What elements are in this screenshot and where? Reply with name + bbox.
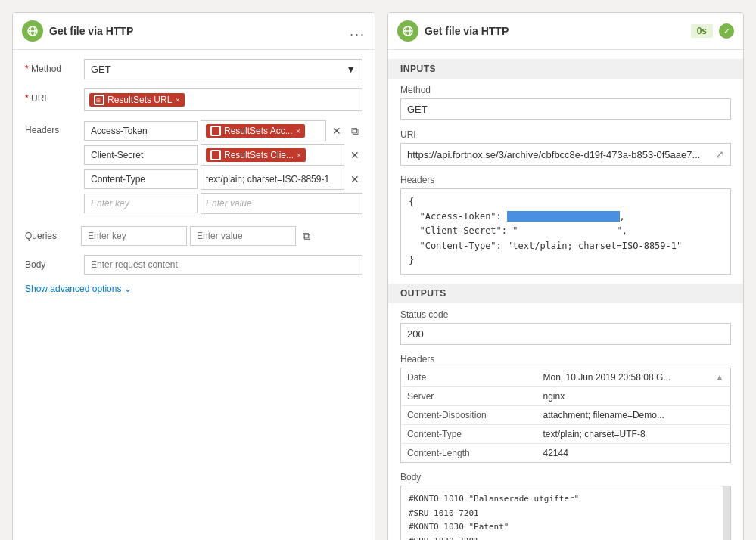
left-panel-body: Method GET ▼ URI ⊞ ResultSets URL × (13, 50, 375, 303)
header-tag-2-label: ResultSets Clie... (224, 150, 294, 160)
svg-text:⊞: ⊞ (96, 98, 101, 103)
right-uri-text: https://api.fortnox.se/3/archive/cbfbcc8… (407, 149, 712, 160)
access-token-value-highlight (507, 211, 620, 222)
right-uri-value: https://api.fortnox.se/3/archive/cbfbcc8… (400, 143, 731, 166)
header-val-date: Mon, 10 Jun 2019 20:58:08 G... (537, 368, 710, 386)
header-key-1-value: Access-Token (91, 126, 148, 136)
right-method-field: Method GET (400, 85, 731, 120)
inputs-section-header: INPUTS (388, 59, 743, 79)
header-key-content-disposition: Content-Disposition (401, 405, 537, 424)
method-select-box[interactable]: GET ▼ (84, 59, 362, 79)
right-panel-header: Get file via HTTP 0s ✓ (388, 13, 743, 50)
scroll-indicator: ▲ (715, 372, 724, 383)
left-panel-header: Get file via HTTP ... (13, 13, 375, 50)
expand-uri-icon[interactable]: ⤢ (715, 148, 724, 160)
uri-input[interactable]: ⊞ ResultSets URL × (84, 88, 362, 111)
uri-field: URI ⊞ ResultSets URL × (25, 88, 362, 111)
vertical-scrollbar[interactable] (723, 486, 730, 540)
header-actions-2: ✕ (347, 147, 362, 163)
body-row: Body (25, 255, 362, 275)
uri-tag-remove[interactable]: × (175, 95, 179, 104)
header-key-2[interactable]: Client-Secret (84, 145, 198, 165)
header-val-content-length: 42144 (537, 443, 710, 462)
right-status-label: Status code (400, 309, 731, 320)
header-val-empty[interactable]: Enter value (201, 193, 362, 214)
headers-access-key: "Access-Token": (409, 211, 507, 222)
method-select[interactable]: GET ▼ (84, 59, 362, 79)
headers-label: Headers (25, 120, 78, 135)
right-output-headers-label: Headers (400, 354, 731, 365)
delete-header-2[interactable]: ✕ (347, 147, 362, 163)
right-method-value: GET (400, 98, 731, 120)
show-advanced-label: Show advanced options (25, 284, 121, 294)
copy-header-1[interactable]: ⧉ (347, 123, 362, 138)
body-label: Body (25, 259, 78, 270)
queries-key-input[interactable] (81, 226, 187, 246)
queries-label: Queries (25, 231, 78, 241)
body-line-3: #KONTO 1030 "Patent" (409, 520, 720, 535)
uri-tag-input[interactable]: ⊞ ResultSets URL × (84, 88, 362, 111)
header-key-empty[interactable]: Enter key (84, 194, 198, 213)
headers-client-key: "Client-Secret": (409, 225, 512, 236)
right-body-label: Body (400, 472, 731, 483)
uri-label: URI (25, 88, 78, 104)
left-panel-title: Get file via HTTP (49, 25, 344, 37)
headers-grid: Access-Token ResultSets Acc... × (84, 120, 362, 214)
add-query-button[interactable]: ⧉ (299, 228, 314, 244)
header-row-3: Content-Type text/plain; charset=ISO-885… (84, 169, 362, 190)
right-headers-field: Headers { "Access-Token": , "Client-Secr… (400, 175, 731, 275)
header-tag-1: ResultSets Acc... × (206, 124, 305, 138)
queries-val-input[interactable] (190, 226, 296, 246)
right-uri-field: URI https://api.fortnox.se/3/archive/cbf… (400, 129, 731, 166)
header-val-2[interactable]: ResultSets Clie... × (201, 144, 344, 166)
queries-row: Queries ⧉ (25, 226, 362, 246)
headers-content-key: "Content-Type": "text/plain; charset=ISO… (409, 241, 682, 251)
enter-key-placeholder: Enter key (91, 198, 129, 209)
method-value: GET (91, 64, 111, 75)
header-key-3-value: Content-Type (91, 174, 145, 185)
header-val-3[interactable]: text/plain; charset=ISO-8859-1 (201, 169, 344, 190)
output-headers-table: Date Mon, 10 Jun 2019 20:58:08 G... ▲ Se… (400, 368, 731, 463)
show-advanced-button[interactable]: Show advanced options ⌄ (25, 284, 362, 294)
body-line-2: #SRU 1010 7201 (409, 507, 720, 521)
method-label: Method (25, 59, 78, 74)
right-uri-label: URI (400, 129, 731, 140)
right-headers-label: Headers (400, 175, 731, 185)
header-key-2-value: Client-Secret (91, 150, 143, 160)
duration-badge: 0s (691, 24, 713, 38)
table-row: Date Mon, 10 Jun 2019 20:58:08 G... ▲ (401, 368, 731, 386)
header-val-server: nginx (537, 386, 710, 405)
right-body-display: #KONTO 1010 "Balanserade utgifter" #SRU … (400, 486, 731, 540)
header-val-1[interactable]: ResultSets Acc... × (201, 120, 326, 141)
header-row-empty: Enter key Enter value (84, 193, 362, 214)
body-input[interactable] (84, 255, 362, 275)
right-output-headers-field: Headers Date Mon, 10 Jun 2019 20:58:08 G… (400, 354, 731, 463)
more-options-button[interactable]: ... (350, 23, 366, 39)
method-field: Method GET ▼ (25, 59, 362, 79)
header-key-1[interactable]: Access-Token (84, 121, 198, 141)
right-panel-icon (397, 20, 418, 42)
table-row: Server nginx (401, 386, 731, 405)
right-body-field: Body #KONTO 1010 "Balanserade utgifter" … (400, 472, 731, 540)
header-val-3-text: text/plain; charset=ISO-8859-1 (206, 174, 329, 185)
header-key-3[interactable]: Content-Type (84, 169, 198, 189)
header-tag-1-label: ResultSets Acc... (224, 126, 293, 136)
success-status-icon: ✓ (719, 23, 734, 39)
right-panel: Get file via HTTP 0s ✓ INPUTS Method GET… (387, 12, 744, 540)
body-line-4: #SRU 1030 7201 (409, 535, 720, 540)
body-line-1: #KONTO 1010 "Balanserade utgifter" (409, 492, 720, 507)
header-key-content-type: Content-Type (401, 424, 537, 443)
enter-val-placeholder: Enter value (206, 198, 252, 209)
svg-rect-5 (212, 127, 219, 135)
left-panel: Get file via HTTP ... Method GET ▼ URI ⊞ (12, 12, 375, 540)
header-tag-2-remove[interactable]: × (297, 151, 301, 160)
chevron-down-icon-advanced: ⌄ (124, 284, 132, 294)
headers-access-comma: , (620, 211, 625, 222)
header-tag-1-remove[interactable]: × (296, 126, 300, 135)
header-tag-2: ResultSets Clie... × (206, 148, 306, 162)
delete-header-1[interactable]: ✕ (329, 123, 344, 138)
chevron-down-icon: ▼ (346, 64, 356, 75)
right-panel-title: Get file via HTTP (425, 25, 685, 37)
delete-header-3[interactable]: ✕ (347, 172, 362, 187)
headers-field: Headers Access-Token Res (25, 120, 362, 217)
